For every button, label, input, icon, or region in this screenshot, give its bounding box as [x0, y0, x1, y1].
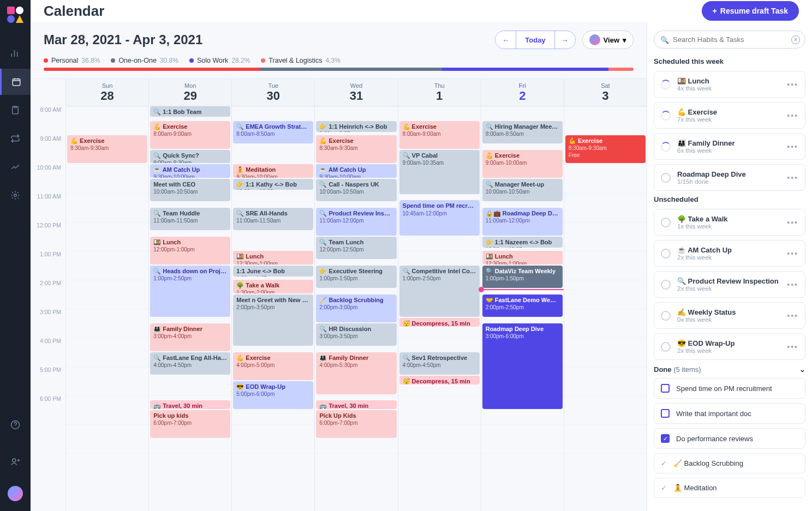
nav-team[interactable] [10, 449, 20, 475]
calendar-event[interactable]: 🔍 HR Discussion3:00pm-3:50pm [316, 323, 396, 346]
done-item[interactable]: ✓🧹 Backlog Scrubbing [654, 453, 805, 473]
calendar-event[interactable]: 💪 Exercise4:00pm-5:00pm [233, 352, 313, 380]
more-icon[interactable]: ••• [787, 173, 798, 182]
view-dropdown[interactable]: View ▾ [582, 31, 634, 49]
calendar-event[interactable]: 💪 Exercise8:00am-9:00am [399, 121, 480, 149]
done-toggle[interactable]: Done (5 items) ⌄ [654, 365, 805, 374]
calendar-event[interactable]: Pick up kids6:00pm-7:00pm [150, 410, 230, 438]
checkbox-icon[interactable] [661, 409, 670, 418]
nav-tasks[interactable] [0, 97, 31, 123]
calendar-event[interactable]: 👉 Executive Steering1:00pm-1:50pm [316, 266, 396, 288]
calendar-event[interactable]: 🔍 Call - Naspers UK10:00am-10:50am [316, 179, 396, 202]
calendar-event[interactable]: 🧘 Meditation9:30am-10:00am [233, 164, 313, 178]
calendar-event[interactable]: 😴 Decompress, 15 min [399, 376, 480, 384]
nav-trends[interactable] [0, 154, 31, 180]
checkbox-checked-icon[interactable]: ✓ [661, 434, 670, 443]
calendar-event[interactable]: 🤝 FastLane Demo Weekly2:00pm-2:50pm [482, 294, 563, 317]
circle-icon [661, 249, 671, 258]
habit-card[interactable]: 💪 Exercise7x this week••• [654, 102, 805, 129]
done-item[interactable]: Write that important doc [654, 403, 805, 424]
calendar-event[interactable]: 😴 Decompress, 15 min [399, 318, 480, 327]
calendar-event[interactable]: 🔍 Quick Sync?9:00am-9:30am [150, 150, 230, 164]
done-item[interactable]: ✓Do performance reviews [654, 428, 805, 449]
checkbox-icon[interactable] [661, 384, 670, 393]
clear-search-icon[interactable]: ✕ [791, 35, 800, 44]
calendar-event[interactable]: 💪 Exercise8:00am-9:00am [150, 121, 230, 149]
resume-draft-button[interactable]: + Resume draft Task [702, 1, 799, 21]
habit-card[interactable]: 😎 EOD Wrap-Up2x this week••• [654, 333, 805, 360]
calendar-event[interactable]: Roadmap Deep Dive3:00pm-6:00pm [482, 323, 563, 409]
habit-card[interactable]: 🍱 Lunch4x this week••• [654, 71, 805, 98]
calendar-event[interactable]: 🚌 Travel, 30 min [150, 400, 230, 409]
calendar-event[interactable]: 🔍 Heads down on Project Delta1:00pm-2:50… [150, 266, 230, 317]
more-icon[interactable]: ••• [787, 142, 798, 151]
calendar-event[interactable]: Pick Up Kids6:00pm-7:00pm [316, 410, 396, 438]
nav-settings[interactable] [0, 182, 31, 208]
calendar-event[interactable]: 🔍 FastLane Eng All-Hands4:00pm-4:50pm [150, 352, 230, 375]
calendar-event[interactable]: 🍱 Lunch12:30pm-1:00pm [482, 251, 563, 264]
more-icon[interactable]: ••• [787, 249, 798, 258]
next-week-button[interactable]: → [555, 31, 575, 49]
calendar-event[interactable]: 👉 1:1 Heinrich <-> Bob8:00am-8:25am [316, 121, 396, 132]
calendar-event[interactable]: Meet n Greet with New Hires2:00pm-3:50pm [233, 294, 313, 346]
calendar-event[interactable]: 🧹 Backlog Scrubbing2:00pm-3:00pm [316, 294, 396, 322]
calendar-event[interactable]: 🚌 Travel, 30 min [316, 400, 396, 409]
done-item[interactable]: Spend time on PM recruitment [654, 378, 805, 399]
calendar-event[interactable]: 💪 Exercise8:30am-9:30amFree [565, 135, 646, 163]
more-icon[interactable]: ••• [787, 342, 798, 351]
nav-calendar[interactable] [0, 69, 31, 95]
calendar-event[interactable]: Meet with CEO10:00am-10:50am [150, 179, 230, 202]
calendar-event[interactable]: 🔍 VP Cabal9:00am-10:35am [399, 150, 480, 195]
calendar-event[interactable]: 🔍 1:1 Bob Team7:30am-7:55am [150, 106, 230, 117]
done-item[interactable]: ✓🧘 Meditation [654, 478, 805, 498]
nav-analytics[interactable] [0, 40, 31, 67]
calendar-event[interactable]: 👨‍👩‍👧 Family Dinner3:00pm-4:00pm [150, 323, 230, 351]
calendar-event[interactable]: 👨‍👩‍👧 Family Dinner4:00pm-5:30pm [316, 352, 396, 395]
user-avatar[interactable] [8, 486, 23, 501]
habit-card[interactable]: 👨‍👩‍👧 Family Dinner6x this week••• [654, 133, 805, 160]
calendar-event[interactable]: 👉 1:1 Kathy <-> Bob10:00am-10:25am [233, 179, 313, 190]
today-button[interactable]: Today [516, 31, 554, 49]
calendar-event[interactable]: ☕ AM Catch Up9:30am-10:00am [316, 164, 396, 178]
more-icon[interactable]: ••• [787, 80, 798, 89]
calendar-event[interactable]: 🔍 Manager Meet-up10:00am-10:50am [482, 179, 563, 202]
calendar-event[interactable]: 🔍 Sev1 Retrospective4:00pm-4:50pm [399, 352, 480, 375]
calendar-event[interactable]: 🔍 SRE All-Hands11:00am-11:50am [233, 208, 313, 231]
category-item[interactable]: Personal 36.8% [44, 57, 100, 64]
calendar-event[interactable]: 🔍 EMEA Growth Strategy8:00am-8:50am [233, 121, 313, 144]
calendar-event[interactable]: 🔍 DataViz Team Weekly1:00pm-1:50pm [482, 266, 563, 288]
category-item[interactable]: One-on-One 30.8% [111, 57, 178, 64]
calendar-event[interactable]: 😎 EOD Wrap-Up5:00pm-6:00pm [233, 381, 313, 409]
calendar-event[interactable]: Spend time on PM recruitment10:45am-12:0… [399, 200, 480, 235]
habit-card[interactable]: 🔍 Product Review Inspection2x this week•… [654, 271, 805, 298]
calendar-event[interactable]: 💪 Exercise8:30am-9:30am [67, 135, 147, 163]
calendar-event[interactable]: 🔍 Hiring Manager Meeting8:00am-8:50am [482, 121, 563, 144]
more-icon[interactable]: ••• [787, 280, 798, 289]
calendar-event[interactable]: 🍱 Lunch12:30pm-1:00pm [233, 251, 313, 264]
more-icon[interactable]: ••• [787, 311, 798, 320]
category-item[interactable]: Travel & Logistics 4.3% [261, 57, 341, 64]
habit-card[interactable]: ☕ AM Catch Up2x this week••• [654, 240, 805, 267]
calendar-event[interactable]: 🔍 Product Review Inspection11:00am-12:00… [316, 208, 396, 236]
calendar-event[interactable]: 🔍 Team Huddle11:00am-11:50am [150, 208, 230, 231]
calendar-event[interactable]: 💪 Exercise9:00am-10:00am [482, 150, 563, 178]
calendar-event[interactable]: ☕ AM Catch Up9:30am-10:00am [150, 164, 230, 178]
calendar-event[interactable]: 🌳 Take a Walk1:30pm-2:00pm [233, 280, 313, 293]
calendar-event[interactable]: 🔍 Competitive Intel Committee1:00pm-2:50… [399, 266, 480, 317]
calendar-event[interactable]: 🔍 Team Lunch12:00pm-12:50pm [316, 237, 396, 260]
habit-card[interactable]: Roadmap Deep Dive1/15h done••• [654, 164, 805, 191]
more-icon[interactable]: ••• [787, 218, 798, 227]
more-icon[interactable]: ••• [787, 111, 798, 120]
habit-card[interactable]: ✍️ Weekly Status0x this week••• [654, 302, 805, 329]
category-item[interactable]: Solo Work 28.2% [189, 57, 250, 64]
prev-week-button[interactable]: ← [495, 31, 516, 49]
calendar-event[interactable]: 👉 1:1 Nazeem <-> Bob12:00pm-12:25pm [482, 237, 563, 248]
nav-help[interactable] [10, 412, 20, 438]
calendar-event[interactable]: 💪 Exercise8:30am-9:30am [316, 135, 396, 163]
nav-habits[interactable] [0, 125, 31, 152]
search-input[interactable] [654, 31, 805, 49]
calendar-event[interactable]: 🍱 Lunch12:00pm-1:00pm [150, 237, 230, 264]
calendar-event[interactable]: 1:1 June <-> Bob1:00pm-1:25pm [233, 266, 313, 276]
calendar-event[interactable]: 🔒💼 Roadmap Deep Dive11:00am-12:00pm [482, 208, 563, 236]
habit-card[interactable]: 🌳 Take a Walk1x this week••• [654, 209, 805, 236]
